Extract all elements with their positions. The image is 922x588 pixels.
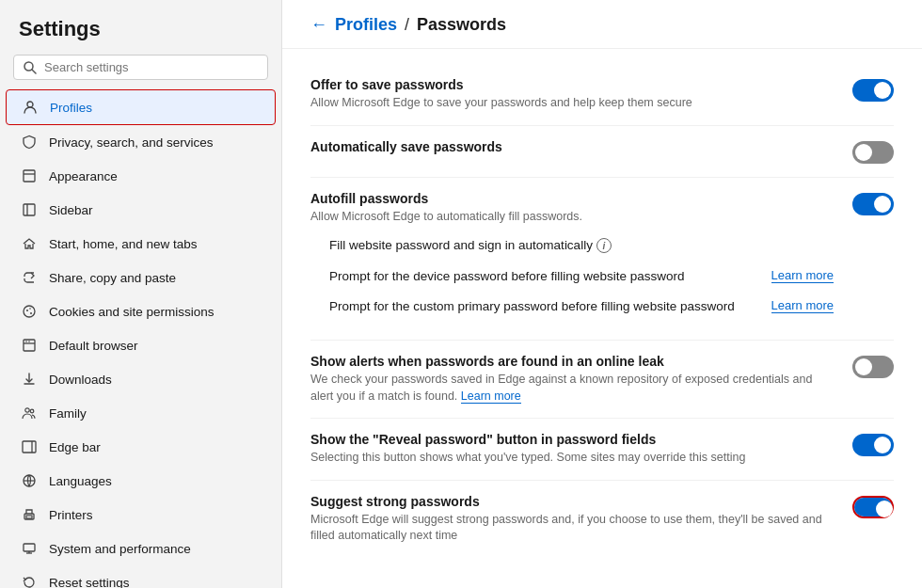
breadcrumb-parent: Profiles	[335, 15, 397, 35]
family-icon	[21, 405, 38, 421]
setting-title: Automatically save passwords	[310, 139, 834, 154]
sidebar-title: Settings	[0, 0, 281, 51]
toggle-offer-save[interactable]	[852, 79, 894, 102]
toggle-auto-save[interactable]	[852, 141, 894, 164]
toggle-strong-passwords[interactable]	[852, 496, 894, 518]
toggle-slider[interactable]	[852, 141, 894, 164]
search-input[interactable]	[44, 60, 258, 74]
sidebar-item-family[interactable]: Family	[6, 396, 276, 430]
radio-label: Prompt for the custom primary password b…	[329, 299, 762, 313]
sidebar-item-label: Downloads	[49, 373, 112, 387]
sidebar-item-label: Appearance	[49, 169, 118, 183]
setting-info: Show the "Reveal password" button in pas…	[310, 432, 852, 467]
download-icon	[21, 371, 38, 388]
svg-line-1	[32, 70, 36, 73]
toggle-slider[interactable]	[852, 434, 894, 456]
radio-option[interactable]: Fill website password and sign in automa…	[320, 230, 834, 261]
svg-rect-3	[24, 170, 35, 182]
radio-option[interactable]: Prompt for the custom primary password b…	[320, 291, 834, 321]
toggle-slider[interactable]	[852, 193, 894, 215]
sidebar-item-label: Family	[49, 406, 87, 421]
home-icon	[21, 235, 38, 252]
setting-info: Automatically save passwords	[310, 139, 852, 157]
sidebar-item-system[interactable]: System and performance	[6, 532, 276, 565]
setting-info: Autofill passwords Allow Microsoft Edge …	[310, 191, 852, 327]
sidebar-item-label: System and performance	[49, 542, 191, 556]
setting-desc: Selecting this button shows what you've …	[310, 450, 834, 467]
setting-row-autofill: Autofill passwords Allow Microsoft Edge …	[310, 178, 894, 342]
setting-row-online-leak: Show alerts when passwords are found in …	[310, 341, 894, 419]
learn-more-link[interactable]: Learn more	[771, 268, 834, 283]
appearance-icon	[21, 167, 38, 184]
sidebar-item-label: Edge bar	[49, 440, 101, 454]
sidebar-item-privacy[interactable]: Privacy, search, and services	[6, 125, 276, 159]
toggle-reveal-btn[interactable]	[852, 434, 894, 456]
setting-row-strong-passwords: Suggest strong passwords Microsoft Edge …	[310, 481, 894, 558]
setting-info: Suggest strong passwords Microsoft Edge …	[310, 494, 852, 545]
setting-title: Show alerts when passwords are found in …	[310, 354, 834, 369]
setting-desc: Microsoft Edge will suggest strong passw…	[310, 512, 834, 545]
main-content: ← Profiles / Passwords Offer to save pas…	[282, 0, 922, 588]
svg-point-7	[26, 310, 28, 311]
breadcrumb: ← Profiles / Passwords	[282, 0, 922, 49]
setting-title: Offer to save passwords	[310, 77, 834, 92]
search-box[interactable]	[13, 55, 268, 80]
sidebar-item-label: Share, copy and paste	[49, 271, 176, 285]
setting-row-reveal-btn: Show the "Reveal password" button in pas…	[310, 419, 894, 481]
learn-more-link[interactable]: Learn more	[461, 389, 521, 404]
sidebar-item-label: Privacy, search, and services	[49, 135, 214, 150]
sidebar-item-profiles[interactable]: Profiles	[6, 89, 276, 125]
edge-bar-icon	[21, 438, 38, 455]
toggle-autofill[interactable]	[852, 193, 894, 215]
radio-label: Prompt for the device password before fi…	[329, 269, 762, 283]
system-icon	[21, 540, 38, 557]
toggle-slider[interactable]	[852, 79, 894, 102]
sidebar-item-start-home[interactable]: Start, home, and new tabs	[6, 227, 276, 261]
setting-info: Offer to save passwords Allow Microsoft …	[310, 77, 852, 112]
svg-rect-19	[26, 516, 32, 518]
sidebar-item-printers[interactable]: Printers	[6, 498, 276, 532]
share-icon	[21, 269, 38, 286]
sidebar-item-label: Default browser	[49, 339, 138, 353]
setting-desc: Allow Microsoft Edge to automatically fi…	[310, 209, 834, 226]
radio-group: Fill website password and sign in automa…	[310, 225, 834, 326]
sidebar-icon	[21, 201, 38, 218]
search-icon	[24, 61, 37, 74]
sidebar-item-languages[interactable]: Languages	[6, 464, 276, 498]
sidebar-item-label: Profiles	[50, 101, 92, 115]
svg-point-11	[25, 341, 27, 342]
sidebar-item-downloads[interactable]: Downloads	[6, 362, 276, 396]
sidebar-item-default-browser[interactable]: Default browser	[6, 328, 276, 362]
svg-rect-15	[23, 441, 36, 453]
breadcrumb-current: Passwords	[417, 15, 506, 35]
sidebar-item-label: Cookies and site permissions	[49, 305, 215, 319]
sidebar-item-share[interactable]: Share, copy and paste	[6, 261, 276, 294]
setting-row-offer-save: Offer to save passwords Allow Microsoft …	[310, 64, 894, 126]
back-button[interactable]: ←	[310, 15, 327, 35]
svg-point-13	[25, 408, 29, 412]
shield-icon	[21, 134, 38, 151]
sidebar-item-label: Sidebar	[49, 203, 93, 217]
sidebar-item-cookies[interactable]: Cookies and site permissions	[6, 294, 276, 328]
toggle-online-leak[interactable]	[852, 356, 894, 378]
person-icon	[22, 99, 39, 116]
learn-more-link[interactable]: Learn more	[771, 298, 834, 313]
svg-point-8	[30, 312, 32, 314]
sidebar-item-appearance[interactable]: Appearance	[6, 159, 276, 193]
sidebar-item-label: Reset settings	[49, 576, 130, 589]
language-icon	[21, 472, 38, 489]
sidebar-item-reset[interactable]: Reset settings	[6, 565, 276, 588]
sidebar-item-label: Languages	[49, 474, 112, 488]
sidebar-item-edge-bar[interactable]: Edge bar	[6, 430, 276, 464]
setting-desc: We check your passwords saved in Edge ag…	[310, 372, 834, 405]
svg-point-9	[29, 308, 31, 310]
radio-option[interactable]: Prompt for the device password before fi…	[320, 261, 834, 291]
reset-icon	[21, 574, 38, 588]
breadcrumb-separator: /	[405, 15, 409, 35]
svg-point-6	[24, 306, 35, 317]
toggle-slider[interactable]	[854, 498, 892, 516]
sidebar: Settings Profiles Privacy, search, and s…	[0, 0, 282, 588]
svg-point-14	[30, 409, 34, 413]
toggle-slider[interactable]	[852, 356, 894, 378]
sidebar-item-sidebar[interactable]: Sidebar	[6, 193, 276, 227]
